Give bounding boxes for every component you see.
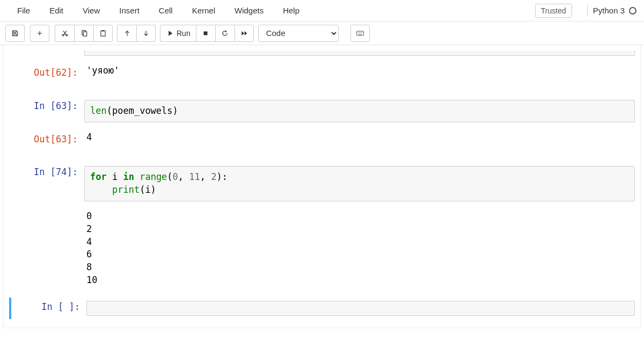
paste-icon [99, 30, 107, 37]
svg-rect-13 [362, 32, 363, 32]
arrow-down-icon [142, 30, 150, 37]
menu-widgets[interactable]: Widgets [225, 3, 273, 18]
out-prompt-empty [9, 209, 84, 214]
menu-insert[interactable]: Insert [109, 3, 149, 18]
cell-output: Out[62]: 'уяою' [4, 61, 640, 84]
cell-type-select[interactable]: Code [258, 25, 339, 42]
cell-input: In [63]: len(poem_vowels) [4, 95, 640, 128]
stop-icon [202, 30, 209, 37]
cell-input-partial [4, 45, 640, 61]
run-icon [166, 30, 173, 37]
svg-rect-5 [102, 30, 104, 31]
cell-output: 0 2 4 6 8 10 [4, 207, 640, 290]
svg-point-1 [66, 34, 68, 36]
svg-rect-3 [83, 32, 86, 36]
cell-output: Out[63]: 4 [4, 128, 640, 150]
copy-button[interactable] [74, 25, 93, 42]
move-down-button[interactable] [136, 25, 156, 42]
menu-file[interactable]: File [8, 3, 40, 18]
notebook-area: Out[62]: 'уяою' In [63]: len(poem_vowels… [0, 45, 644, 328]
code-input-partial[interactable] [84, 50, 635, 56]
output-text: 4 [84, 130, 635, 145]
kernel-status-icon [629, 7, 636, 15]
add-cell-button[interactable] [30, 25, 49, 42]
output-text: 'уяою' [84, 63, 635, 78]
svg-rect-11 [360, 32, 361, 32]
cell-input: In [74]: for i in range(0, 11, 2): print… [4, 161, 640, 207]
menu-view[interactable]: View [73, 3, 109, 18]
trusted-indicator[interactable]: Trusted [535, 4, 572, 18]
keyboard-icon [356, 30, 364, 37]
run-group: Run [160, 25, 254, 42]
code-input[interactable]: for i in range(0, 11, 2): print(i) [84, 166, 635, 201]
scissors-icon [61, 30, 69, 37]
out-prompt: Out[62]: [9, 63, 84, 82]
menubar: File Edit View Insert Cell Kernel Widget… [0, 0, 644, 21]
code-input[interactable]: len(poem_vowels) [84, 100, 635, 122]
command-palette-button[interactable] [350, 25, 370, 42]
svg-rect-14 [358, 34, 362, 34]
svg-rect-9 [358, 32, 359, 32]
arrow-up-icon [123, 30, 131, 37]
save-button[interactable] [5, 25, 25, 42]
toolbar: Run Code [0, 21, 644, 45]
svg-rect-12 [361, 32, 362, 32]
code-input[interactable] [86, 301, 635, 316]
svg-rect-7 [356, 31, 363, 35]
svg-rect-8 [357, 32, 358, 32]
restart-icon [221, 30, 229, 37]
stdout-text: 0 2 4 6 8 10 [84, 209, 635, 288]
svg-rect-10 [359, 32, 360, 32]
menu-cell[interactable]: Cell [149, 3, 182, 18]
move-up-button[interactable] [117, 25, 136, 42]
clipboard-group [55, 25, 113, 42]
svg-rect-6 [204, 31, 208, 35]
paste-button[interactable] [93, 25, 113, 42]
in-prompt: In [ ]: [14, 298, 86, 316]
cut-button[interactable] [55, 25, 74, 42]
fast-forward-icon [240, 30, 248, 37]
separator [587, 5, 588, 17]
interrupt-button[interactable] [196, 25, 215, 42]
plus-icon [36, 30, 43, 37]
active-cell[interactable]: In [ ]: [9, 298, 635, 319]
svg-point-0 [62, 34, 64, 36]
out-prompt: Out[63]: [9, 130, 84, 148]
in-prompt: In [74]: [9, 163, 84, 181]
menu-help[interactable]: Help [273, 3, 309, 18]
run-button[interactable]: Run [160, 25, 196, 42]
restart-button[interactable] [215, 25, 235, 42]
kernel-name[interactable]: Python 3 [593, 6, 625, 15]
menu-edit[interactable]: Edit [40, 3, 73, 18]
restart-run-all-button[interactable] [235, 25, 254, 42]
move-group [117, 25, 156, 42]
copy-icon [80, 30, 88, 37]
run-label: Run [177, 29, 191, 38]
in-prompt: In [63]: [9, 97, 84, 115]
svg-rect-4 [101, 31, 105, 36]
save-icon [11, 30, 19, 37]
menu-kernel[interactable]: Kernel [182, 3, 225, 18]
